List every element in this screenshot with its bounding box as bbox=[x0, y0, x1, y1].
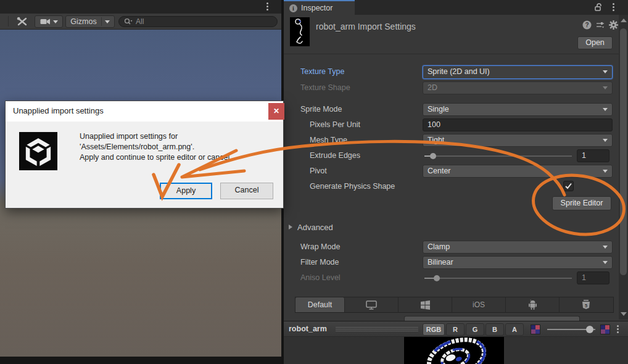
inspector-scrollbar[interactable] bbox=[619, 15, 628, 320]
gear-icon[interactable] bbox=[609, 20, 618, 30]
channel-a-button[interactable]: A bbox=[505, 323, 524, 336]
scene-toolbar: Gizmos All bbox=[0, 14, 281, 30]
scene-menu-kebab-icon[interactable] bbox=[266, 2, 269, 11]
pixels-per-unit-label: Pixels Per Unit bbox=[310, 118, 360, 131]
drag-handle[interactable] bbox=[336, 327, 418, 331]
wrap-mode-dropdown[interactable]: Clamp bbox=[423, 241, 613, 254]
pivot-dropdown[interactable]: Center bbox=[423, 165, 613, 178]
dialog-title: Unapplied import settings bbox=[13, 106, 104, 115]
preview-asset-name: robot_arm bbox=[289, 325, 327, 333]
help-icon[interactable]: ? bbox=[582, 20, 592, 30]
chevron-down-icon bbox=[603, 70, 608, 73]
tab-ios[interactable]: iOS bbox=[452, 297, 506, 312]
texture-shape-label: Texture Shape bbox=[300, 81, 350, 94]
mip-level-slider[interactable] bbox=[547, 329, 595, 330]
gizmos-dropdown[interactable]: Gizmos bbox=[65, 15, 115, 28]
mip-color-icon bbox=[531, 325, 540, 334]
sprite-editor-button[interactable]: Sprite Editor bbox=[552, 196, 611, 210]
dialog-title-bar[interactable]: Unapplied import settings bbox=[6, 101, 283, 122]
channel-r-button[interactable]: R bbox=[446, 323, 465, 336]
search-value: All bbox=[136, 17, 144, 26]
inspector-tab-bar: i Inspector bbox=[284, 0, 628, 15]
extrude-edges-label: Extrude Edges bbox=[310, 149, 360, 162]
filter-mode-dropdown[interactable]: Bilinear bbox=[423, 256, 613, 269]
texture-type-label: Texture Type bbox=[300, 65, 344, 78]
page-title: robot_arm Import Settings bbox=[316, 22, 416, 31]
tab-android[interactable] bbox=[506, 297, 560, 312]
camera-icon bbox=[40, 18, 51, 25]
channel-g-button[interactable]: G bbox=[466, 323, 484, 336]
gizmos-divider bbox=[101, 17, 102, 26]
open-button[interactable]: Open bbox=[577, 36, 613, 49]
foldout-arrow-icon[interactable] bbox=[289, 225, 292, 230]
tab-standalone[interactable] bbox=[345, 297, 399, 312]
slider-handle[interactable] bbox=[430, 153, 436, 159]
unity-logo bbox=[19, 132, 57, 170]
generate-physics-shape-checkbox[interactable] bbox=[563, 181, 574, 191]
apply-button[interactable]: Apply bbox=[160, 183, 212, 199]
chevron-down-icon bbox=[603, 86, 608, 89]
info-icon: i bbox=[289, 4, 297, 12]
scrollbar-thumb[interactable] bbox=[620, 28, 627, 275]
extrude-edges-slider[interactable]: 1 bbox=[423, 149, 613, 162]
generate-physics-shape-label: Generate Physics Shape bbox=[310, 180, 395, 193]
presets-icon[interactable] bbox=[596, 20, 605, 30]
robot-arm-thumbnail[interactable] bbox=[290, 17, 310, 46]
scroll-down-icon[interactable] bbox=[621, 312, 627, 316]
scroll-up-icon[interactable] bbox=[621, 19, 627, 22]
scene-search-input[interactable]: All bbox=[118, 16, 278, 27]
slider-handle[interactable] bbox=[586, 326, 593, 333]
extrude-edges-value[interactable]: 1 bbox=[577, 149, 609, 162]
tab-inspector[interactable]: i Inspector bbox=[284, 0, 355, 15]
chevron-down-icon bbox=[603, 170, 608, 173]
aniso-level-label: Aniso Level bbox=[300, 271, 341, 284]
wrap-mode-label: Wrap Mode bbox=[300, 241, 340, 254]
inspector-tab-label: Inspector bbox=[301, 4, 333, 12]
dialog-message: Unapplied import settings for 'Assets/El… bbox=[80, 131, 232, 163]
tab-default[interactable]: Default bbox=[295, 297, 345, 312]
mesh-type-label: Mesh Type bbox=[310, 134, 347, 147]
unlock-icon[interactable] bbox=[594, 3, 603, 12]
unity-editor-window: Gizmos All i Insp bbox=[0, 0, 628, 364]
svg-text:?: ? bbox=[585, 22, 589, 28]
pixels-per-unit-field[interactable]: 100 bbox=[423, 118, 613, 131]
android-icon bbox=[528, 300, 537, 310]
chevron-down-icon bbox=[603, 108, 608, 111]
advanced-foldout[interactable]: Advanced bbox=[297, 221, 333, 234]
scene-bottom-strip bbox=[0, 357, 281, 364]
tab-windows[interactable] bbox=[399, 297, 452, 312]
preview-kebab-icon[interactable] bbox=[617, 325, 619, 334]
check-icon bbox=[564, 181, 573, 191]
generate-physics-shape-row bbox=[423, 180, 613, 193]
channel-rgb-button[interactable]: RGB bbox=[423, 323, 445, 336]
chevron-down-icon bbox=[105, 20, 110, 23]
close-icon[interactable]: ✕ bbox=[268, 103, 284, 120]
mesh-type-dropdown[interactable]: Tight bbox=[423, 134, 613, 147]
slider-handle bbox=[434, 275, 440, 281]
channel-b-button[interactable]: B bbox=[485, 323, 504, 336]
ios-label: iOS bbox=[473, 300, 485, 309]
tab-webgl[interactable]: 5 bbox=[560, 297, 613, 312]
pivot-label: Pivot bbox=[310, 165, 327, 178]
preview-header: robot_arm RGB R G B A bbox=[284, 321, 628, 337]
windows-icon bbox=[421, 300, 430, 310]
inspector-panel: i Inspector bbox=[284, 0, 628, 364]
texture-shape-dropdown: 2D bbox=[423, 81, 613, 94]
sprite-preview-image bbox=[404, 337, 504, 364]
chevron-down-icon bbox=[603, 139, 608, 142]
camera-view-button[interactable] bbox=[35, 15, 63, 28]
filter-mode-label: Filter Mode bbox=[300, 256, 339, 269]
inspector-menu-kebab-icon[interactable] bbox=[613, 3, 615, 12]
cancel-button[interactable]: Cancel bbox=[220, 183, 273, 199]
platform-override-tabs: Default iOS bbox=[295, 297, 614, 313]
svg-text:5: 5 bbox=[585, 303, 587, 308]
sprite-mode-dropdown[interactable]: Single bbox=[423, 103, 613, 116]
clipped-dropdown bbox=[404, 316, 580, 321]
search-icon bbox=[124, 18, 133, 25]
tools-button[interactable] bbox=[12, 15, 32, 28]
preview-area bbox=[284, 337, 628, 364]
texture-type-dropdown[interactable]: Sprite (2D and UI) bbox=[423, 65, 613, 79]
aniso-level-slider: 1 bbox=[423, 271, 613, 284]
html5-icon: 5 bbox=[582, 300, 590, 310]
monitor-icon bbox=[366, 300, 377, 310]
